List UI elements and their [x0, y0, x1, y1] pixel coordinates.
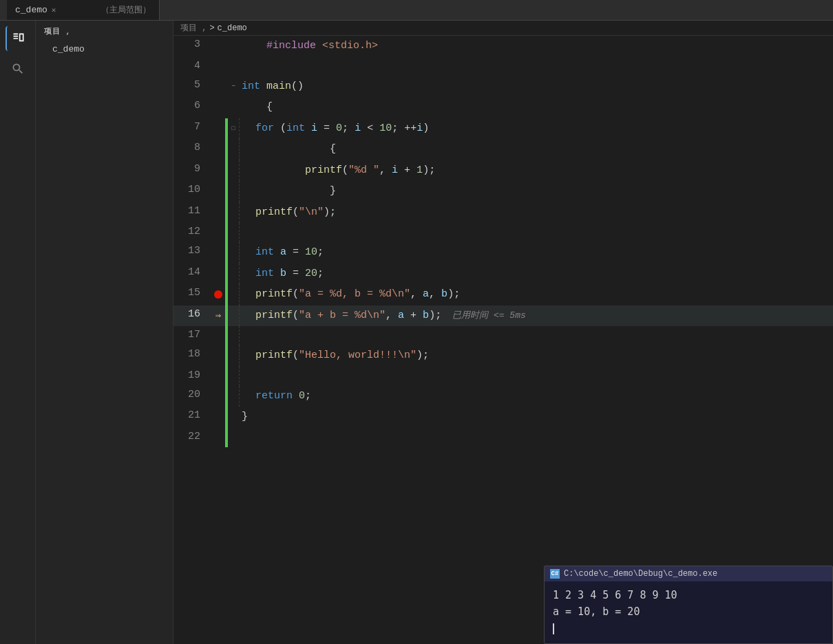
line-gutter-8[interactable] — [211, 139, 225, 160]
line-gutter-17[interactable] — [211, 326, 225, 345]
fold-spacer-3 — [228, 36, 239, 57]
line-gutter-21[interactable] — [211, 407, 225, 428]
line-gutter-12[interactable] — [211, 223, 225, 242]
time-annotation: 已用时间 <= 5ms — [452, 309, 526, 323]
editor-area: 项目 , > c_demo 3 #include <stdio.h>45−int… — [173, 21, 833, 644]
line-number-22: 22 — [173, 428, 211, 447]
token-var: i — [311, 122, 317, 134]
activity-bar — [0, 21, 36, 644]
line-number-16: 16 — [173, 305, 211, 327]
code-content-19 — [253, 367, 833, 386]
line-gutter-15[interactable] — [211, 284, 225, 305]
terminal-cursor — [553, 623, 554, 634]
code-line-22: 22 — [173, 428, 833, 447]
indent-guide-11 — [239, 202, 253, 224]
line-gutter-11[interactable] — [211, 202, 225, 224]
top-bar: c_demo ✕ （主局范围） — [0, 0, 833, 21]
token-punct: () — [291, 80, 304, 92]
breadcrumb: 项目 , > c_demo — [173, 21, 833, 36]
line-number-10: 10 — [173, 181, 211, 202]
line-gutter-5[interactable] — [211, 76, 225, 98]
breadcrumb-sep: > — [209, 23, 214, 33]
indent-guide-9 — [239, 160, 253, 182]
code-content-7: for (int i = 0; i < 10; ++i) — [253, 118, 833, 140]
line-number-14: 14 — [173, 264, 211, 285]
line-gutter-18[interactable] — [211, 345, 225, 367]
fold-spacer-17 — [228, 326, 239, 345]
line-gutter-9[interactable] — [211, 160, 225, 182]
token-kw: int — [255, 268, 274, 279]
line-gutter-22[interactable] — [211, 428, 225, 447]
line-gutter-6[interactable] — [211, 97, 225, 118]
indent-guide-13 — [239, 242, 253, 264]
line-gutter-7[interactable] — [211, 118, 225, 140]
fold-indicator-5[interactable]: − — [228, 76, 239, 98]
explorer-item-cdemo[interactable]: c_demo — [36, 42, 173, 56]
fold-spacer-13 — [228, 242, 239, 264]
line-number-4: 4 — [173, 57, 211, 76]
line-number-11: 11 — [173, 202, 211, 224]
line-gutter-13[interactable] — [211, 242, 225, 264]
code-content-3: #include <stdio.h> — [239, 36, 833, 57]
token-include-path: <stdio.h> — [322, 40, 378, 52]
code-line-11: 11printf("\n"); — [173, 202, 833, 224]
terminal-panel: C# C:\code\c_demo\Debug\c_demo.exe 1 2 3… — [544, 566, 833, 644]
code-line-10: 10 } — [173, 181, 833, 202]
token-punct: ); — [423, 164, 435, 176]
token-punct: ); — [429, 310, 441, 321]
sidebar-icon-explorer[interactable] — [6, 26, 30, 51]
line-number-21: 21 — [173, 407, 211, 428]
code-line-9: 9 printf("%d ", i + 1); — [173, 160, 833, 182]
line-number-12: 12 — [173, 223, 211, 242]
token-str: "a = %d, b = %d\n" — [299, 288, 410, 300]
scope-label: （主局范围） — [101, 4, 151, 16]
token-punct: ( — [293, 310, 299, 321]
token-punct: = — [317, 122, 336, 134]
token-kw: int — [286, 122, 305, 134]
code-content-9: printf("%d ", i + 1); — [253, 160, 833, 182]
tab-close-button[interactable]: ✕ — [52, 6, 56, 14]
token-punct: = — [286, 246, 305, 258]
line-gutter-4[interactable] — [211, 57, 225, 76]
code-line-20: 20return 0; — [173, 386, 833, 407]
token-punct: ; — [342, 122, 355, 134]
token-str: "%d " — [348, 164, 379, 176]
terminal-title: C:\code\c_demo\Debug\c_demo.exe — [564, 569, 717, 579]
line-gutter-16[interactable]: ⇒ — [211, 305, 225, 327]
line-gutter-14[interactable] — [211, 264, 225, 285]
token-punct — [260, 80, 266, 92]
indent-guide-20 — [239, 386, 253, 407]
line-gutter-3[interactable] — [211, 36, 225, 57]
line-number-8: 8 — [173, 139, 211, 160]
code-view[interactable]: 3 #include <stdio.h>45−int main()6 {7□fo… — [173, 36, 833, 644]
fold-spacer-22 — [228, 428, 239, 447]
token-punct — [316, 40, 322, 52]
line-number-3: 3 — [173, 36, 211, 57]
indent-guide-19 — [239, 367, 253, 386]
token-kw: int — [255, 246, 274, 258]
fold-spacer-21 — [228, 407, 239, 428]
token-punct: ( — [293, 288, 299, 300]
line-gutter-20[interactable] — [211, 386, 225, 407]
editor-tab[interactable]: c_demo ✕ （主局范围） — [7, 0, 160, 20]
explorer-panel: 项目 , c_demo — [36, 21, 173, 644]
terminal-line-2: a = 10, b = 20 — [553, 603, 824, 620]
code-line-15: 15printf("a = %d, b = %d\n", a, b); — [173, 284, 833, 305]
token-punct: + — [398, 164, 416, 176]
sidebar-icon-search[interactable] — [6, 56, 30, 81]
indent-guide-15 — [239, 284, 253, 305]
code-line-7: 7□for (int i = 0; i < 10; ++i) — [173, 118, 833, 140]
breakpoint-indicator — [214, 290, 222, 299]
token-punct: ; — [317, 268, 324, 279]
token-punct: ( — [293, 206, 299, 218]
code-content-4 — [239, 57, 833, 76]
line-number-17: 17 — [173, 326, 211, 345]
line-gutter-10[interactable] — [211, 181, 225, 202]
token-var: a — [398, 310, 404, 321]
token-punct: ( — [342, 164, 348, 176]
fold-spacer-10 — [228, 181, 239, 202]
token-punct: , — [429, 288, 441, 300]
code-content-11: printf("\n"); — [253, 202, 833, 224]
token-kw: int — [242, 80, 260, 92]
line-gutter-19[interactable] — [211, 367, 225, 386]
